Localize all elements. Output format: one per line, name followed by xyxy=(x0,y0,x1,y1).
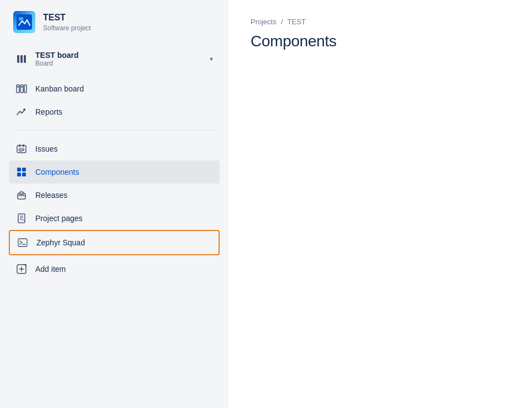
secondary-nav-section: Issues Components xyxy=(0,135,228,283)
sidebar-divider xyxy=(13,130,215,131)
svg-rect-17 xyxy=(17,173,21,176)
svg-rect-0 xyxy=(17,14,32,30)
svg-rect-4 xyxy=(24,55,26,63)
svg-rect-2 xyxy=(17,55,19,63)
add-icon xyxy=(15,263,28,275)
board-section: TEST board Board ▾ xyxy=(0,43,228,75)
svg-rect-23 xyxy=(18,214,25,223)
sidebar-item-issues[interactable]: Issues xyxy=(9,137,220,160)
svg-rect-8 xyxy=(18,86,19,88)
pages-icon xyxy=(15,212,28,224)
kanban-board-label: Kanban board xyxy=(35,84,84,93)
project-header[interactable]: TEST Software project xyxy=(0,0,228,43)
svg-rect-9 xyxy=(22,86,23,88)
svg-rect-11 xyxy=(19,144,20,147)
project-type: Software project xyxy=(43,24,91,32)
svg-rect-10 xyxy=(17,146,26,153)
svg-rect-15 xyxy=(17,168,21,171)
breadcrumb-separator: / xyxy=(281,18,283,26)
project-avatar xyxy=(13,11,35,33)
zephyr-icon xyxy=(17,237,29,249)
board-icon xyxy=(15,53,28,65)
board-item[interactable]: TEST board Board ▾ xyxy=(9,45,220,73)
board-header-info: TEST board Board xyxy=(35,51,79,67)
sidebar: TEST Software project TEST board Board ▾ xyxy=(0,0,228,408)
svg-rect-18 xyxy=(22,173,26,176)
svg-rect-7 xyxy=(24,85,26,93)
issues-icon xyxy=(15,143,28,155)
svg-rect-27 xyxy=(18,239,27,246)
breadcrumb: Projects / TEST xyxy=(251,18,510,26)
svg-rect-3 xyxy=(20,55,23,63)
breadcrumb-projects: Projects xyxy=(251,18,276,26)
svg-rect-1 xyxy=(19,17,23,20)
chevron-down-icon: ▾ xyxy=(210,55,213,63)
board-title: TEST board xyxy=(35,51,79,60)
sidebar-item-reports[interactable]: Reports xyxy=(9,100,220,124)
project-pages-label: Project pages xyxy=(35,214,83,223)
sidebar-item-zephyr-squad[interactable]: Zephyr Squad xyxy=(9,230,220,255)
kanban-icon xyxy=(15,83,28,95)
components-label: Components xyxy=(35,168,79,176)
project-name: TEST xyxy=(43,12,91,23)
main-content: Projects / TEST Components xyxy=(228,0,532,408)
svg-rect-16 xyxy=(22,168,26,171)
board-nav-section: Kanban board Reports xyxy=(0,75,228,126)
project-info: TEST Software project xyxy=(43,12,91,31)
add-item-label: Add item xyxy=(35,265,66,273)
page-title: Components xyxy=(251,33,510,50)
releases-label: Releases xyxy=(35,191,67,200)
sidebar-item-releases[interactable]: Releases xyxy=(9,184,220,207)
releases-icon xyxy=(15,189,28,201)
sidebar-item-kanban-board[interactable]: Kanban board xyxy=(9,77,220,100)
svg-rect-21 xyxy=(20,191,23,194)
issues-label: Issues xyxy=(35,144,57,153)
sidebar-item-project-pages[interactable]: Project pages xyxy=(9,207,220,230)
svg-rect-14 xyxy=(19,149,24,150)
sidebar-item-add-item[interactable]: Add item xyxy=(9,257,220,281)
zephyr-squad-label: Zephyr Squad xyxy=(36,238,85,247)
sidebar-item-components[interactable]: Components xyxy=(9,160,220,184)
reports-label: Reports xyxy=(35,108,62,116)
breadcrumb-project: TEST xyxy=(288,18,306,26)
board-subtitle: Board xyxy=(35,60,79,67)
reports-icon xyxy=(15,106,28,118)
components-icon xyxy=(15,166,28,178)
svg-rect-12 xyxy=(23,144,24,147)
